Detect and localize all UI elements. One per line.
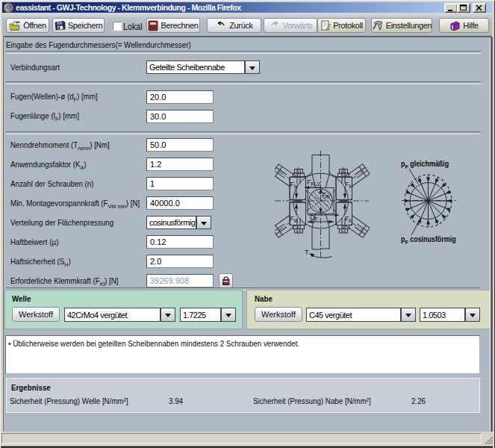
svg-text:T: T [305, 249, 309, 256]
